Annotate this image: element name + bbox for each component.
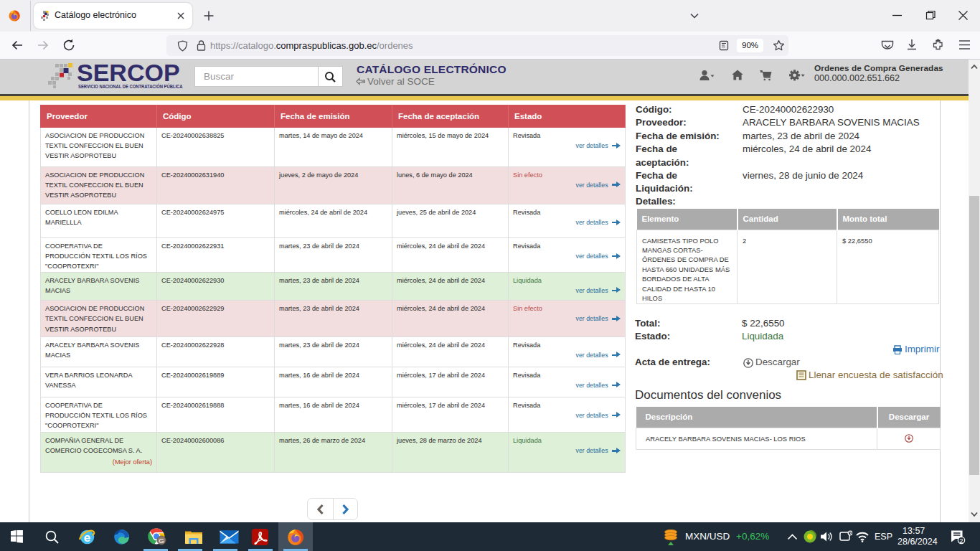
svg-text:2: 2: [959, 537, 963, 545]
svg-text:G: G: [159, 537, 164, 545]
